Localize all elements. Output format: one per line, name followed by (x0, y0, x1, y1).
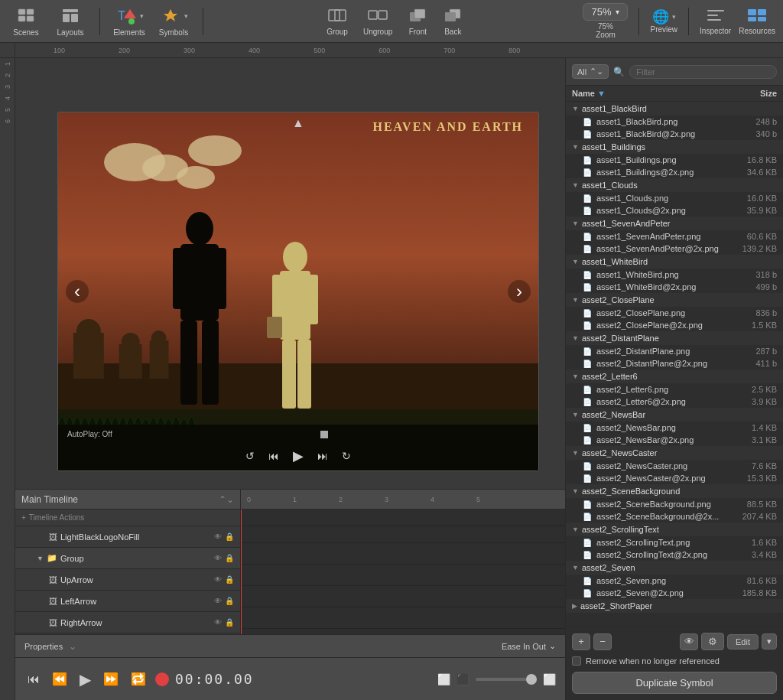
eye-2[interactable]: 👁 (214, 597, 222, 605)
carousel-next-button[interactable]: › (508, 280, 531, 303)
edit-button[interactable]: Edit (727, 634, 759, 650)
list-item[interactable]: 📄 asset2_DistantPlane@2x.png 411 b (566, 357, 783, 370)
volume-slider[interactable] (476, 678, 537, 681)
group-lock-icon[interactable]: 🔒 (225, 554, 234, 562)
step-forward-button[interactable]: ⏩ (100, 672, 122, 686)
list-item[interactable]: 📄 asset2_NewsCaster.png 7.6 KB (566, 460, 783, 472)
asset-group-header[interactable]: ▼ asset2_ClosePlane (566, 293, 783, 307)
filter-dropdown[interactable]: All ⌃⌄ (572, 64, 609, 79)
lock-icon[interactable]: 🔒 (225, 532, 234, 541)
lock-1[interactable]: 🔒 (225, 575, 234, 584)
filter-input[interactable] (629, 65, 777, 79)
list-item[interactable]: 📄 asset1_WhiteBird.png 318 b (566, 269, 783, 281)
preview-button[interactable]: 🌐 ▾ Preview (650, 8, 677, 34)
list-item[interactable]: 📄 asset2_Letter6.png 2.5 KB (566, 383, 783, 396)
list-item[interactable]: 📄 asset2_NewsBar@2x.png 3.1 KB (566, 434, 783, 446)
list-item[interactable]: 📄 asset2_SceneBackground.png 88.5 KB (566, 498, 783, 510)
prev-frame-button[interactable]: ⏮ (268, 450, 279, 462)
asset-group-header[interactable]: ▼ asset1_BlackBird (566, 102, 783, 116)
layer-item[interactable]: 🖼 UpArrow 👁 🔒 (15, 569, 240, 591)
eye-1[interactable]: 👁 (214, 575, 222, 584)
list-item[interactable]: 📄 asset1_Buildings@2x.png 34.6 KB (566, 166, 783, 178)
list-item[interactable]: 📄 asset2_Seven@2x.png 185.8 KB (566, 587, 783, 599)
eye-panel-button[interactable]: 👁 (680, 633, 698, 650)
asset-group-header[interactable]: ▼ asset1_Clouds (566, 178, 783, 192)
symbols-button[interactable]: ▾ Symbols (155, 5, 192, 37)
asset-filename: asset2_ClosePlane.png (596, 308, 723, 317)
list-item[interactable]: 📄 asset2_DistantPlane.png 287 b (566, 345, 783, 357)
add-asset-button[interactable]: + (572, 633, 590, 650)
group-button[interactable]: Group (327, 7, 348, 36)
timeline-actions-row[interactable]: + Timeline Actions (15, 510, 240, 526)
asset-group-header[interactable]: ▼ asset1_SevenAndPeter (566, 217, 783, 230)
duplicate-symbol-button[interactable]: Duplicate Symbol (572, 672, 777, 694)
list-item[interactable]: 📄 asset1_BlackBird.png 248 b (566, 116, 783, 128)
zoom-control[interactable]: 75% ▾ (583, 3, 628, 21)
properties-expand-icon[interactable]: ⌄ (69, 641, 76, 652)
remove-checkbox[interactable] (572, 656, 581, 666)
eye-3[interactable]: 👁 (214, 618, 222, 627)
list-item[interactable]: 📄 asset2_ScrollingText@2x.png 3.4 KB (566, 549, 783, 561)
play-button-preview[interactable]: ▶ (293, 448, 304, 464)
back-button[interactable]: Back (443, 7, 463, 36)
front-button[interactable]: Front (408, 7, 427, 36)
timeline-scroll-up[interactable]: ⌃ (219, 494, 226, 505)
group-eye-icon[interactable]: 👁 (214, 554, 222, 562)
inspector-button[interactable]: Inspector (700, 8, 731, 35)
forward-button[interactable]: ↻ (342, 450, 351, 462)
scenes-button[interactable]: Scenes (8, 5, 44, 37)
list-item[interactable]: 📄 asset2_NewsCaster@2x.png 15.3 KB (566, 472, 783, 484)
eye-icon[interactable]: 👁 (214, 532, 222, 541)
rewind-button[interactable]: ↺ (245, 450, 255, 462)
list-item[interactable]: 📄 asset2_NewsBar.png 1.4 KB (566, 422, 783, 434)
carousel-up-button[interactable]: ▲ (292, 116, 304, 130)
ungroup-button[interactable]: Ungroup (363, 7, 392, 36)
more-button[interactable]: ▾ (762, 633, 777, 650)
carousel-prev-button[interactable]: ‹ (66, 280, 89, 303)
step-back-button[interactable]: ⏪ (49, 672, 70, 686)
asset-group-header[interactable]: ▼ asset1_WhiteBird (566, 255, 783, 269)
play-pause-button[interactable]: ▶ (76, 670, 94, 689)
list-item[interactable]: 📄 asset2_ClosePlane@2x.png 1.5 KB (566, 319, 783, 331)
list-item[interactable]: 📄 asset1_Clouds@2x.png 35.9 KB (566, 204, 783, 217)
group-label: asset2_Seven (582, 563, 777, 572)
layouts-button[interactable]: Layouts (52, 5, 89, 37)
list-item[interactable]: 📄 asset1_BlackBird@2x.png 340 b (566, 128, 783, 140)
asset-group-header[interactable]: ▼ asset2_Seven (566, 561, 783, 575)
timeline-scroll-down[interactable]: ⌄ (226, 494, 234, 505)
asset-group-header[interactable]: ▼ asset2_ScrollingText (566, 523, 783, 536)
list-item[interactable]: 📄 asset2_Seven.png 81.6 KB (566, 575, 783, 587)
remove-asset-button[interactable]: − (593, 633, 612, 650)
list-item[interactable]: 📄 asset1_Buildings.png 16.8 KB (566, 154, 783, 166)
lock-3[interactable]: 🔒 (225, 618, 234, 627)
list-item[interactable]: 📄 asset1_WhiteBird@2x.png 499 b (566, 281, 783, 293)
record-button[interactable] (155, 672, 169, 686)
asset-group-header[interactable]: ▼ asset2_DistantPlane (566, 331, 783, 345)
list-item[interactable]: 📄 asset2_Letter6@2x.png 3.9 KB (566, 396, 783, 408)
list-item[interactable]: 📄 asset1_SevenAndPeter@2x.png 139.2 KB (566, 243, 783, 255)
asset-group-header[interactable]: ▼ asset2_Letter6 (566, 370, 783, 383)
skip-to-start-button[interactable]: ⏮ (24, 672, 43, 686)
lock-2[interactable]: 🔒 (225, 597, 234, 605)
asset-group-header[interactable]: ▼ asset2_NewsCaster (566, 446, 783, 460)
group-fold-icon[interactable]: ▼ (37, 555, 44, 562)
asset-group-header[interactable]: ▼ asset2_SceneBackground (566, 484, 783, 498)
asset-group-header[interactable]: ▶ asset2_ShortPaper (566, 599, 783, 613)
list-item[interactable]: 📄 asset2_ScrollingText.png 1.6 KB (566, 536, 783, 549)
layer-item[interactable]: 🖼 RightArrow 👁 🔒 (15, 612, 240, 633)
elements-button[interactable]: T ▾ Elements (111, 5, 148, 37)
gear-button[interactable]: ⚙ (701, 633, 724, 650)
asset-group-header[interactable]: ▼ asset1_Buildings (566, 140, 783, 154)
list-item[interactable]: 📄 asset2_ClosePlane.png 836 b (566, 307, 783, 319)
asset-group-header[interactable]: ▼ asset2_NewsBar (566, 408, 783, 422)
layer-item[interactable]: 🖼 LightBlackLogoNoFill 👁 🔒 (15, 526, 240, 548)
layer-item[interactable]: 🖼 LeftArrow 👁 🔒 (15, 591, 240, 612)
resources-button[interactable]: Resources (739, 8, 775, 35)
layer-item[interactable]: ▼ 📁 Group 👁 🔒 (15, 548, 240, 569)
list-item[interactable]: 📄 asset2_SceneBackground@2x... 207.4 KB (566, 510, 783, 523)
list-item[interactable]: 📄 asset1_SevenAndPeter.png 60.6 KB (566, 230, 783, 243)
next-frame-button[interactable]: ⏭ (317, 450, 328, 462)
loop-button[interactable]: 🔁 (128, 672, 149, 686)
list-item[interactable]: 📄 asset1_Clouds.png 16.0 KB (566, 192, 783, 204)
ease-control[interactable]: Ease In Out ⌄ (502, 641, 556, 651)
